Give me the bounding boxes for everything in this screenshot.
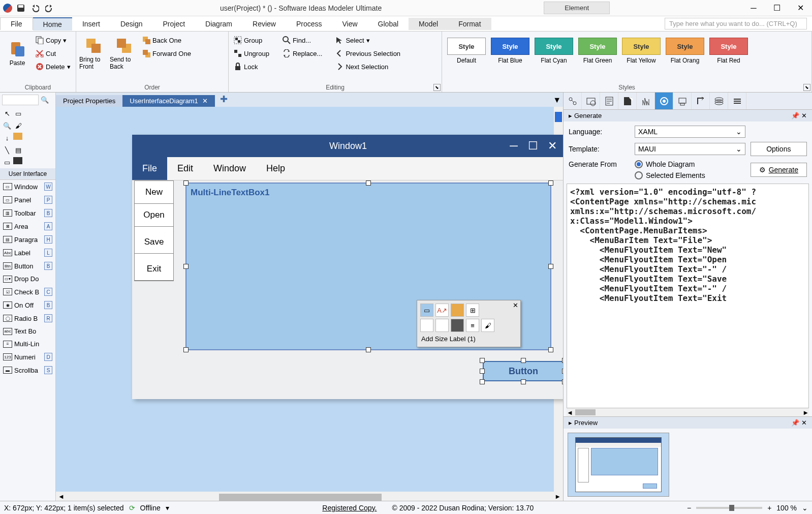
toolbox-item-button[interactable]: BtnButtonB xyxy=(0,259,55,273)
minimize-button[interactable]: ─ xyxy=(742,0,765,16)
menu-format[interactable]: Format xyxy=(448,18,491,30)
zoom-out-button[interactable]: − xyxy=(687,504,691,512)
ui-menu-help[interactable]: Help xyxy=(256,157,295,180)
tab-diagram-active[interactable]: UserInterfaceDiagram1✕ xyxy=(122,95,214,107)
mini-btn-folder-icon[interactable] xyxy=(451,304,464,317)
mini-btn-4[interactable]: ⊞ xyxy=(466,304,479,317)
replace-button[interactable]: Replace... xyxy=(280,47,325,60)
tab-close-icon[interactable]: ✕ xyxy=(202,97,208,105)
toolbox-item-paragra[interactable]: ▤ParagraH xyxy=(0,233,55,246)
mini-btn-align-icon[interactable]: ≡ xyxy=(466,319,479,332)
close-button[interactable]: ✕ xyxy=(789,0,812,16)
ui-window-mockup[interactable]: Window1 ─ ☐ ✕ File Edit Window Help xyxy=(132,135,563,399)
ui-dropdown-new[interactable]: New xyxy=(135,181,173,204)
menu-model[interactable]: Model xyxy=(409,18,448,30)
menu-review[interactable]: Review xyxy=(242,18,286,30)
zoom-tool-icon[interactable]: 🔍 xyxy=(2,120,12,131)
radio-whole-diagram[interactable]: Whole Diagram xyxy=(635,160,745,168)
rtab-4[interactable] xyxy=(618,93,637,109)
mini-btn-5[interactable] xyxy=(420,319,433,332)
options-button[interactable]: Options xyxy=(751,142,807,156)
horizontal-scrollbar[interactable]: ◄ ► xyxy=(56,492,563,501)
tab-project-properties[interactable]: Project Properties xyxy=(56,95,122,107)
tab-add-button[interactable]: ✚ xyxy=(215,92,233,107)
qat-save-icon[interactable] xyxy=(15,3,26,14)
editing-launcher[interactable]: ⬊ xyxy=(433,84,441,91)
search-icon[interactable]: 🔍 xyxy=(41,96,49,104)
menu-insert[interactable]: Insert xyxy=(72,18,110,30)
ui-menu-edit[interactable]: Edit xyxy=(167,157,203,180)
toolbox-item-on-off[interactable]: ◉On OffB xyxy=(0,298,55,312)
radio-selected-elements[interactable]: Selected Elements xyxy=(635,171,745,179)
select-button[interactable]: Select ▾ xyxy=(333,34,402,47)
rtab-9[interactable] xyxy=(710,93,728,109)
toolbox-item-check-b[interactable]: ☑Check BC xyxy=(0,285,55,298)
cut-button[interactable]: Cut xyxy=(34,47,73,60)
mini-btn-7[interactable] xyxy=(451,319,464,332)
style-swatch-flat-blue[interactable]: Style xyxy=(491,38,529,55)
zoom-in-button[interactable]: + xyxy=(767,504,771,512)
line-tool-icon[interactable]: ╲ xyxy=(2,145,12,155)
preview-thumbnail[interactable] xyxy=(568,433,669,497)
toolbox-item-area[interactable]: ⊠AreaA xyxy=(0,220,55,233)
tab-overflow-icon[interactable]: ▼ xyxy=(551,94,563,107)
lock-button[interactable]: Lock xyxy=(232,60,271,73)
code-h-scrollbar[interactable]: ◄► xyxy=(567,408,809,416)
style-swatch-flat-cyan[interactable]: Style xyxy=(535,38,573,55)
toolbox-item-radio-b[interactable]: ◯Radio BR xyxy=(0,312,55,325)
rtab-5[interactable] xyxy=(637,93,655,109)
help-search-input[interactable]: Type here what you want to do... (CTRL+Q… xyxy=(665,18,807,29)
menu-global[interactable]: Global xyxy=(368,18,409,30)
generated-code-output[interactable]: <?xml version="1.0" encoding="utf-8" ? <… xyxy=(567,184,809,408)
rtab-2[interactable] xyxy=(582,93,600,109)
style-swatch-flat-orang[interactable]: Style xyxy=(666,38,704,55)
text-tool-icon[interactable]: ▭ xyxy=(13,108,23,118)
ui-menu-file[interactable]: File xyxy=(132,157,167,180)
connector-tool-icon[interactable]: ↓ xyxy=(2,133,12,143)
panel-pin-icon[interactable]: 📌 ✕ xyxy=(791,419,807,427)
toolbox-item-text-bo[interactable]: abcText Bo xyxy=(0,325,55,338)
rtab-1[interactable] xyxy=(564,93,582,109)
maximize-button[interactable]: ☐ xyxy=(765,0,789,16)
toolbox-item-drop-do[interactable]: ▭▾Drop Do xyxy=(0,273,55,285)
toolbox-item-scrollba[interactable]: ▬ScrollbaS xyxy=(0,364,55,377)
previous-selection-button[interactable]: Previous Selection xyxy=(333,47,402,60)
toolbox-search-input[interactable] xyxy=(2,95,39,105)
menu-process[interactable]: Process xyxy=(286,18,332,30)
toolbox-item-window[interactable]: ▭WindowW xyxy=(0,180,55,193)
toolbox-item-panel[interactable]: ▭PanelP xyxy=(0,193,55,206)
delete-button[interactable]: Delete ▾ xyxy=(34,60,73,73)
mini-toolbar-close-icon[interactable]: ✕ xyxy=(513,301,518,309)
rtab-10[interactable] xyxy=(728,93,746,109)
canvas[interactable]: Window1 ─ ☐ ✕ File Edit Window Help xyxy=(56,107,563,492)
folder-tool-icon[interactable] xyxy=(13,133,22,140)
style-swatch-default[interactable]: Style xyxy=(447,38,486,55)
note-tool-icon[interactable]: ▭ xyxy=(2,157,12,167)
qat-undo-icon[interactable] xyxy=(29,3,41,14)
forward-one-button[interactable]: Forward One xyxy=(140,47,193,60)
menu-home[interactable]: Home xyxy=(33,17,72,31)
menu-project[interactable]: Project xyxy=(153,18,196,30)
rtab-8[interactable] xyxy=(692,93,710,109)
list-tool-icon[interactable]: ▤ xyxy=(13,145,23,155)
menu-design[interactable]: Design xyxy=(110,18,153,30)
next-selection-button[interactable]: Next Selection xyxy=(333,60,402,73)
menu-diagram[interactable]: Diagram xyxy=(195,18,242,30)
styles-launcher[interactable]: ⬊ xyxy=(803,84,810,91)
menu-file[interactable]: File xyxy=(0,17,33,30)
context-tab-element[interactable]: Element xyxy=(544,2,610,14)
qat-redo-icon[interactable] xyxy=(44,3,55,14)
mini-btn-brush-icon[interactable]: 🖌 xyxy=(481,319,494,332)
paste-button[interactable]: Paste xyxy=(3,34,32,74)
ui-dropdown-exit[interactable]: Exit xyxy=(135,258,173,281)
pointer-tool-icon[interactable]: ↖ xyxy=(2,108,12,118)
back-one-button[interactable]: Back One xyxy=(140,34,193,47)
dark-rect-tool-icon[interactable] xyxy=(13,157,22,164)
ui-button-element[interactable]: Button xyxy=(483,361,563,381)
ui-dropdown-menu[interactable]: New Open Save Exit xyxy=(134,180,174,281)
paint-tool-icon[interactable]: 🖌 xyxy=(13,120,23,131)
rtab-7[interactable] xyxy=(673,93,692,109)
ui-dropdown-open[interactable]: Open xyxy=(135,204,173,227)
rtab-generate[interactable] xyxy=(655,93,673,109)
ungroup-button[interactable]: Ungroup xyxy=(232,47,271,60)
